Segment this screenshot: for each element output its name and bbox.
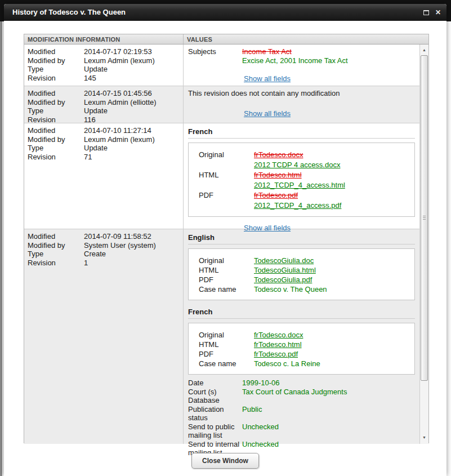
file-link[interactable]: frTodesco.docx — [254, 331, 303, 339]
modified-label: Modified — [28, 89, 84, 98]
courts-value: Tax Court of Canada Judgments — [242, 388, 347, 397]
send-to-internal-label: Send to internal — [188, 440, 242, 449]
show-all-fields-link[interactable]: Show all fields — [244, 74, 291, 83]
send-to-public-value: Unchecked — [242, 422, 279, 431]
case-name-label: Case name — [199, 284, 254, 294]
file-link[interactable]: TodescoGiulia.pdf — [254, 275, 312, 284]
column-header-modification-information: MODIFICATION INFORMATION — [24, 34, 184, 44]
revision-row-145: Modified2014-07-17 02:19:53 Modified byL… — [24, 45, 428, 86]
history-dialog: History of Todesco v. The Queen ✕ MODIFI… — [4, 4, 446, 476]
modified-by-value: Lexum Admin (lexum) — [84, 56, 155, 65]
revision-value: 116 — [84, 115, 96, 124]
values-cell: French Original frTodesco.docx 2012 TCDP… — [184, 123, 428, 229]
type-value: Update — [84, 106, 108, 115]
date-label: Date — [188, 379, 242, 388]
case-name-label: Case name — [199, 359, 254, 368]
modified-value: 2014-07-15 01:45:56 — [84, 89, 152, 97]
close-window-button[interactable]: Close Window — [191, 453, 259, 469]
modified-label: Modified — [28, 47, 84, 56]
background-page-edge — [0, 21, 2, 476]
type-label: Type — [28, 250, 84, 259]
pdf-label: PDF — [199, 190, 254, 201]
original-label: Original — [199, 150, 254, 160]
history-table: MODIFICATION INFORMATION VALUES Modified… — [24, 34, 429, 443]
window-controls: ✕ — [423, 4, 441, 21]
case-name-value: Todesco c. La Reine — [254, 359, 320, 368]
modification-info-cell: Modified2014-07-15 01:45:56 Modified byL… — [24, 86, 184, 123]
modified-by-label: Modified by — [28, 56, 84, 65]
modification-info-cell: Modified2014-07-17 02:19:53 Modified byL… — [24, 45, 184, 86]
column-header-values: VALUES — [184, 34, 428, 44]
added-file-link[interactable]: 2012_TCDP_4_access.pdf — [254, 201, 341, 211]
publication-status-label: Publication status — [188, 405, 242, 422]
modified-value: 2014-07-10 11:27:14 — [84, 126, 151, 135]
section-heading-french: French — [188, 127, 415, 139]
removed-file-link[interactable]: frTodesco.html — [254, 170, 345, 180]
file-link[interactable]: frTodesco.pdf — [254, 350, 298, 358]
file-link[interactable]: TodescoGiulia.doc — [254, 256, 314, 265]
modified-by-label: Modified by — [28, 98, 84, 107]
modified-by-label: Modified by — [28, 135, 84, 144]
added-file-link[interactable]: 2012 TCDP 4 access.docx — [254, 160, 340, 170]
values-cell: English OriginalTodescoGiulia.doc HTMLTo… — [184, 229, 428, 444]
revision-label: Revision — [28, 74, 84, 83]
original-label: Original — [199, 256, 254, 265]
revision-value: 1 — [84, 259, 88, 267]
scrollbar-up-arrow-icon[interactable]: ▲ — [420, 46, 428, 55]
removed-file-link[interactable]: frTodesco.docx — [254, 150, 340, 160]
table-scrollbar[interactable]: ▲ ▼ — [419, 45, 428, 444]
send-to-internal-value: Unchecked — [242, 440, 279, 449]
removed-file-link[interactable]: frTodesco.pdf — [254, 190, 341, 201]
dialog-titlebar[interactable]: History of Todesco v. The Queen ✕ — [4, 4, 446, 21]
revision-label: Revision — [28, 115, 84, 124]
pdf-label: PDF — [199, 275, 254, 284]
modified-by-value: System User (system) — [84, 241, 156, 250]
revision-label: Revision — [28, 153, 84, 162]
added-file-link[interactable]: 2012_TCDP_4_access.html — [254, 180, 345, 190]
subjects-added-value: Excise Act, 2001 Income Tax Act — [242, 56, 348, 65]
type-label: Type — [28, 144, 84, 153]
close-icon[interactable]: ✕ — [435, 4, 441, 21]
modified-label: Modified — [28, 126, 84, 135]
no-modification-message: This revision does not contain any modif… — [188, 89, 415, 98]
section-heading-english: English — [188, 233, 415, 244]
file-link[interactable]: TodescoGiulia.html — [254, 266, 316, 274]
show-all-fields-link[interactable]: Show all fields — [244, 109, 291, 118]
values-cell: SubjectsIncome Tax Act Excise Act, 2001 … — [184, 45, 428, 86]
file-link[interactable]: frTodesco.html — [254, 340, 302, 349]
pdf-label: PDF — [199, 349, 254, 359]
html-label: HTML — [199, 265, 254, 275]
courts-label: Court (s) — [188, 388, 242, 397]
table-header: MODIFICATION INFORMATION VALUES — [24, 34, 428, 45]
revision-value: 145 — [84, 74, 96, 82]
revision-label: Revision — [28, 259, 84, 268]
modification-info-cell: Modified2014-07-09 11:58:52 Modified byS… — [24, 229, 184, 444]
subjects-label: Subjects — [188, 47, 242, 56]
section-heading-french: French — [188, 308, 415, 319]
dialog-title: History of Todesco v. The Queen — [12, 4, 126, 21]
type-label: Type — [28, 106, 84, 115]
maximize-icon[interactable] — [423, 10, 429, 15]
type-value: Create — [84, 250, 106, 258]
modified-by-value: Lexum Admin (elliotte) — [84, 98, 157, 106]
modified-by-label: Modified by — [28, 241, 84, 250]
modified-value: 2014-07-09 11:58:52 — [84, 232, 151, 241]
mailing-list-label: mailing list — [188, 431, 242, 440]
type-label: Type — [28, 65, 84, 74]
revision-row-71: Modified2014-07-10 11:27:14 Modified byL… — [24, 123, 428, 229]
modified-by-value: Lexum Admin (lexum) — [84, 135, 155, 144]
type-value: Update — [84, 144, 108, 152]
revision-value: 71 — [84, 153, 92, 161]
values-cell: This revision does not contain any modif… — [184, 86, 428, 123]
modified-value: 2014-07-17 02:19:53 — [84, 47, 152, 56]
french-files-box: OriginalfrTodesco.docx HTMLfrTodesco.htm… — [188, 323, 415, 375]
metadata-fields: Date1999-10-06 Court (s)Tax Court of Can… — [188, 379, 415, 457]
revision-row-116: Modified2014-07-15 01:45:56 Modified byL… — [24, 86, 428, 123]
send-to-public-label: Send to public — [188, 422, 242, 431]
html-label: HTML — [199, 340, 254, 349]
scrollbar-thumb[interactable] — [421, 55, 428, 381]
modification-info-cell: Modified2014-07-10 11:27:14 Modified byL… — [24, 123, 184, 229]
database-label: Database — [188, 396, 242, 405]
type-value: Update — [84, 65, 108, 73]
scrollbar-down-arrow-icon[interactable]: ▼ — [420, 433, 428, 442]
